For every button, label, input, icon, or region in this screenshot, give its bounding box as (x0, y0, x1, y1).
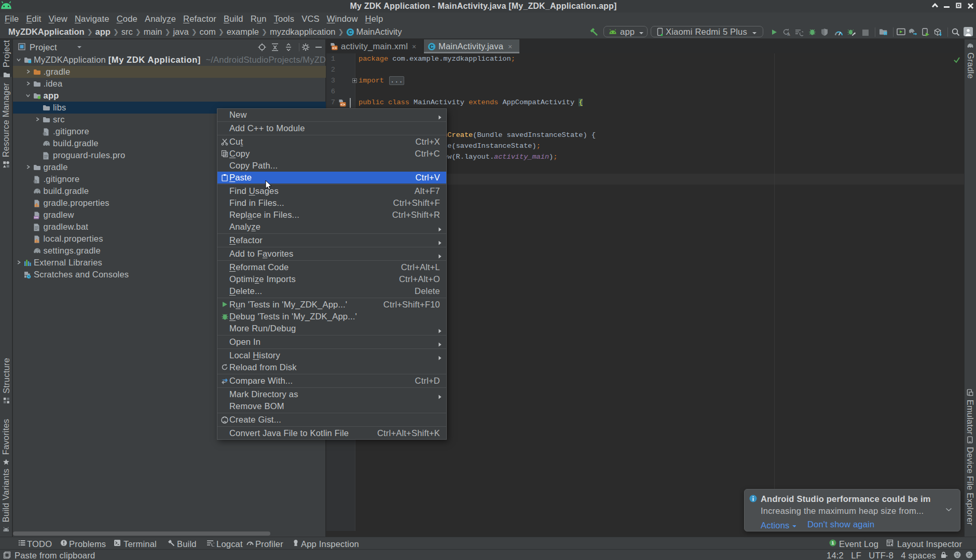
svg-text:C: C (349, 29, 353, 35)
svg-text:<>: <> (332, 46, 337, 50)
svg-text:C: C (430, 44, 434, 50)
svg-text:1: 1 (831, 540, 834, 545)
svg-text:A: A (788, 32, 791, 37)
svg-text:<>: <> (340, 102, 346, 107)
